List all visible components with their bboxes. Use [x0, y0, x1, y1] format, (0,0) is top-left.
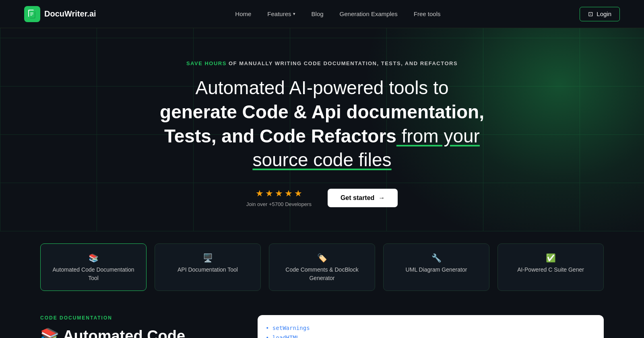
nav-links: Home Features ▾ Blog Generation Examples…	[235, 10, 440, 18]
hero-section: SAVE HOURS OF MANUALLY WRITING CODE DOCU…	[0, 28, 644, 231]
tool-card-code-comments[interactable]: 🏷️ Code Comments & DocBlock Generator	[269, 243, 375, 291]
tool-cards-section: 📚 Automated Code Documentation Tool 🖥️ A…	[0, 231, 644, 303]
chevron-down-icon: ▾	[293, 11, 295, 16]
code-list: setWarnings loadHTML loadFile addInfo lo…	[266, 323, 596, 338]
login-icon: ⊡	[588, 10, 593, 18]
bottom-section: CODE DOCUMENTATION 📚 Automated Code Docu…	[0, 303, 644, 338]
code-doc-icon: 📚	[50, 252, 136, 264]
login-button[interactable]: ⊡ Login	[580, 7, 620, 21]
code-item-2: loadHTML	[266, 333, 596, 338]
stars-row: ★ ★ ★ ★ ★	[256, 188, 302, 199]
logo-link[interactable]: DocuWriter.ai	[24, 6, 96, 22]
tool-card-ai-suite[interactable]: ✅ AI-Powered C Suite Gener	[497, 243, 604, 291]
nav-home[interactable]: Home	[235, 10, 251, 17]
ai-suite-icon: ✅	[508, 252, 594, 264]
hero-title: Automated AI-powered tools to generate C…	[157, 76, 487, 172]
star-3: ★	[275, 188, 283, 199]
star-2: ★	[265, 188, 273, 199]
star-1: ★	[256, 188, 264, 199]
code-item-1: setWarnings	[266, 323, 596, 333]
nav-blog[interactable]: Blog	[312, 10, 324, 17]
code-preview-panel: setWarnings loadHTML loadFile addInfo lo…	[258, 315, 604, 338]
hero-tagline: SAVE HOURS OF MANUALLY WRITING CODE DOCU…	[8, 60, 636, 66]
bottom-title: 📚 Automated Code Documentation Generatio…	[40, 327, 233, 338]
nav-generation-examples[interactable]: Generation Examples	[340, 10, 398, 17]
logo-icon	[24, 6, 40, 22]
hero-cta: ★ ★ ★ ★ ★ Join over +5700 Developers Get…	[8, 188, 636, 207]
star-5: ★	[294, 188, 302, 199]
svg-rect-4	[30, 14, 33, 14]
stars-block: ★ ★ ★ ★ ★ Join over +5700 Developers	[246, 188, 312, 207]
logo-text: DocuWriter.ai	[44, 9, 96, 19]
tool-card-code-doc[interactable]: 📚 Automated Code Documentation Tool	[40, 243, 147, 291]
bottom-title-icon: 📚	[40, 328, 63, 338]
arrow-icon: →	[378, 194, 385, 202]
tool-card-uml[interactable]: 🔧 UML Diagram Generator	[383, 243, 489, 291]
api-doc-icon: 🖥️	[165, 252, 251, 264]
section-label: CODE DOCUMENTATION	[40, 315, 233, 321]
navbar: DocuWriter.ai Home Features ▾ Blog Gener…	[0, 0, 644, 28]
star-4: ★	[285, 188, 293, 199]
uml-icon: 🔧	[393, 252, 479, 264]
tool-card-api-doc[interactable]: 🖥️ API Documentation Tool	[155, 243, 261, 291]
code-comments-icon: 🏷️	[279, 252, 365, 264]
svg-rect-5	[30, 15, 32, 16]
get-started-button[interactable]: Get started →	[328, 189, 398, 207]
nav-features[interactable]: Features ▾	[267, 10, 295, 17]
stars-label: Join over +5700 Developers	[246, 201, 312, 207]
nav-free-tools[interactable]: Free tools	[414, 10, 441, 17]
bottom-left: CODE DOCUMENTATION 📚 Automated Code Docu…	[40, 315, 233, 338]
svg-rect-3	[30, 12, 33, 13]
